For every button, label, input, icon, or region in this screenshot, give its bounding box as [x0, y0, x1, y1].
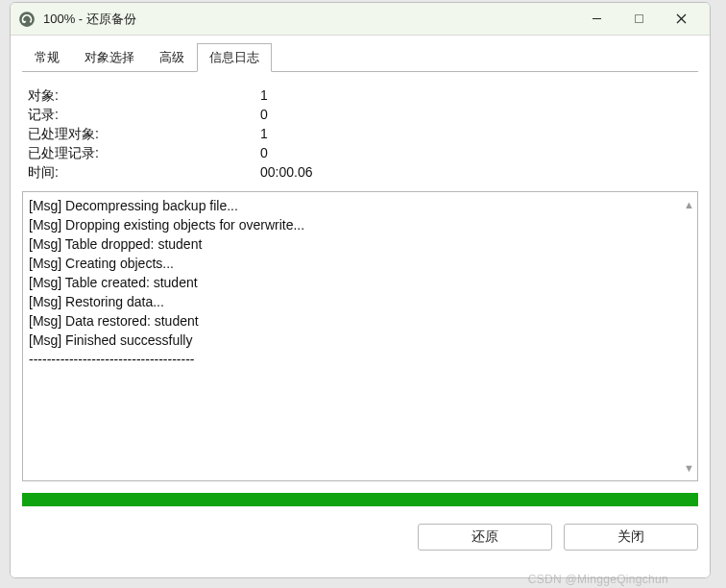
stat-processed-records-label: 已处理记录: [28, 143, 260, 162]
progress-bar [22, 493, 698, 506]
log-line: [Msg] Decompressing backup file... [29, 196, 691, 215]
close-button[interactable] [660, 6, 702, 33]
close-dialog-button[interactable]: 关闭 [564, 524, 698, 551]
stat-records: 记录: 0 [28, 105, 698, 124]
tab-strip: 常规 对象选择 高级 信息日志 [22, 45, 698, 72]
log-line: [Msg] Creating objects... [29, 254, 691, 273]
stat-records-value: 0 [260, 105, 268, 124]
stat-records-label: 记录: [28, 105, 260, 124]
log-line: ------------------------------------- [29, 350, 691, 369]
stat-time-label: 时间: [28, 162, 260, 182]
client-area: 常规 对象选择 高级 信息日志 对象: 1 记录: 0 已处理对象: 1 已处理… [11, 36, 710, 577]
stat-processed-records-value: 0 [260, 143, 268, 162]
dialog-window: 100% - 还原备份 常规 对象选择 高级 信息日志 对象: 1 记录: 0 [10, 2, 711, 578]
tab-general[interactable]: 常规 [22, 43, 72, 72]
stat-time: 时间: 00:00.06 [28, 162, 698, 182]
stat-objects-value: 1 [260, 86, 268, 105]
stat-time-value: 00:00.06 [260, 162, 313, 182]
log-line: [Msg] Table dropped: student [29, 234, 691, 254]
stat-objects-label: 对象: [28, 86, 260, 105]
tab-advanced[interactable]: 高级 [147, 43, 197, 72]
scroll-up-icon[interactable]: ▲ [684, 195, 694, 214]
scroll-down-icon[interactable]: ▼ [684, 458, 694, 478]
tab-message-log[interactable]: 信息日志 [197, 43, 272, 72]
log-line: [Msg] Dropping existing objects for over… [29, 215, 691, 234]
stat-processed-objects-value: 1 [260, 124, 268, 143]
stat-processed-objects-label: 已处理对象: [28, 124, 260, 143]
stats-panel: 对象: 1 记录: 0 已处理对象: 1 已处理记录: 0 时间: 00:00.… [28, 86, 698, 182]
stat-processed-objects: 已处理对象: 1 [28, 124, 698, 143]
close-icon [676, 13, 687, 24]
stat-processed-records: 已处理记录: 0 [28, 143, 698, 162]
button-row: 还原 关闭 [22, 524, 698, 551]
maximize-icon [634, 13, 644, 24]
app-icon [18, 11, 36, 28]
log-line: [Msg] Table created: student [29, 273, 691, 292]
log-textarea[interactable]: [Msg] Decompressing backup file... [Msg]… [22, 191, 698, 481]
stat-objects: 对象: 1 [28, 86, 698, 105]
titlebar[interactable]: 100% - 还原备份 [11, 3, 710, 36]
log-line: [Msg] Data restored: student [29, 311, 691, 331]
restore-button[interactable]: 还原 [418, 524, 552, 551]
log-line: [Msg] Restoring data... [29, 292, 691, 311]
minimize-icon [592, 13, 602, 24]
svg-point-0 [19, 12, 35, 27]
window-title: 100% - 还原备份 [43, 11, 136, 28]
maximize-button[interactable] [617, 6, 660, 33]
tab-object-select[interactable]: 对象选择 [72, 43, 147, 72]
svg-rect-2 [635, 15, 642, 23]
log-line: [Msg] Finished successfully [29, 331, 691, 350]
minimize-button[interactable] [575, 6, 617, 33]
